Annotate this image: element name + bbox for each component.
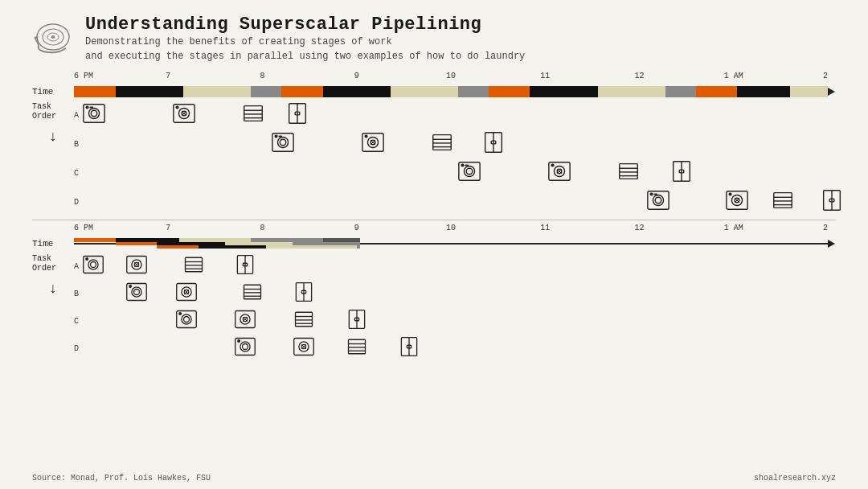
svg-point-63: [653, 195, 663, 205]
svg-point-9: [88, 108, 99, 118]
source-text: Source: Monad, Prof. Lois Hawkes, FSU: [32, 474, 211, 483]
svg-point-98: [134, 289, 140, 294]
svg-rect-48: [465, 164, 469, 166]
main-title: Understanding Superscalar Pipelining: [85, 14, 525, 35]
appliance-icon: [457, 159, 481, 187]
credit-text: shoalresearch.xyz: [754, 474, 836, 483]
svg-rect-137: [348, 339, 365, 354]
appliance-icon: [398, 335, 420, 362]
section2: 6 PM 7 8 9 10 11 12 1 AM 2 Time: [32, 224, 836, 362]
svg-rect-55: [620, 163, 638, 179]
svg-line-5: [37, 38, 39, 45]
svg-rect-19: [244, 105, 263, 121]
header: Understanding Superscalar Pipelining Dem…: [32, 14, 836, 64]
svg-rect-30: [278, 135, 282, 137]
svg-point-113: [182, 314, 191, 323]
appliance-icon: [82, 101, 106, 129]
svg-point-99: [129, 285, 132, 287]
svg-point-65: [650, 193, 653, 195]
appliance-icon: [481, 130, 506, 158]
svg-point-54: [551, 164, 554, 166]
svg-point-3: [51, 35, 55, 39]
appliance-icon: [293, 308, 315, 335]
appliance-icon: [293, 281, 315, 307]
appliance-icon: [669, 159, 694, 187]
svg-point-130: [242, 343, 248, 349]
svg-rect-73: [774, 192, 792, 208]
footer: Source: Monad, Prof. Lois Hawkes, FSU sh…: [32, 474, 836, 483]
appliance-icon: [771, 188, 795, 216]
appliance-icon: [646, 188, 670, 216]
svg-point-72: [729, 193, 731, 195]
appliance-icon: [172, 101, 196, 129]
subtitle: Demonstrating the benefits of creating s…: [85, 35, 525, 64]
appliance-icon: [430, 130, 454, 158]
appliance-icon: [234, 253, 256, 280]
appliance-icon: [346, 335, 368, 362]
svg-rect-66: [653, 193, 657, 195]
svg-point-47: [461, 164, 464, 166]
svg-point-115: [179, 312, 182, 314]
section1: 6 PM 7 8 9 10 11 12 1 AM 2 Time: [32, 72, 836, 216]
svg-point-64: [655, 197, 661, 203]
svg-rect-37: [433, 134, 452, 150]
svg-rect-121: [296, 312, 313, 327]
svg-point-131: [238, 339, 240, 342]
svg-point-18: [176, 106, 178, 109]
svg-rect-105: [244, 285, 261, 299]
svg-point-11: [86, 106, 88, 109]
svg-point-45: [464, 166, 474, 176]
svg-point-83: [86, 257, 88, 260]
svg-point-129: [240, 341, 250, 351]
svg-rect-89: [186, 257, 203, 272]
svg-point-81: [88, 259, 98, 269]
svg-point-114: [183, 316, 189, 322]
appliance-icon: [346, 308, 368, 335]
appliance-icon: [175, 281, 198, 307]
appliance-icon: [241, 101, 265, 129]
svg-point-10: [91, 110, 97, 117]
appliance-icon: [234, 335, 256, 362]
appliance-icon: [182, 253, 205, 280]
svg-rect-12: [89, 106, 93, 108]
appliance-icon: [361, 130, 385, 158]
appliance-icon: [271, 130, 295, 158]
appliance-icon: [241, 281, 264, 307]
appliance-icon: [547, 159, 571, 187]
svg-point-7: [36, 36, 39, 39]
appliance-icon: [82, 253, 104, 280]
appliance-icon: [125, 281, 148, 307]
appliance-icon: [616, 159, 641, 187]
svg-point-27: [277, 137, 288, 147]
appliance-icon: [725, 188, 749, 216]
svg-point-36: [365, 135, 367, 138]
svg-point-82: [91, 261, 96, 267]
page: Understanding Superscalar Pipelining Dem…: [0, 0, 868, 489]
appliance-icon: [175, 308, 198, 335]
svg-point-46: [466, 168, 473, 175]
appliance-icon: [125, 253, 148, 280]
title-block: Understanding Superscalar Pipelining Dem…: [85, 14, 525, 64]
appliance-icon: [285, 101, 309, 129]
svg-point-28: [280, 139, 286, 146]
appliance-icon: [820, 188, 844, 216]
svg-point-97: [132, 286, 141, 296]
appliance-icon: [234, 308, 256, 335]
snail-icon: [32, 14, 74, 56]
appliance-icon: [293, 335, 315, 362]
svg-point-29: [275, 135, 277, 138]
